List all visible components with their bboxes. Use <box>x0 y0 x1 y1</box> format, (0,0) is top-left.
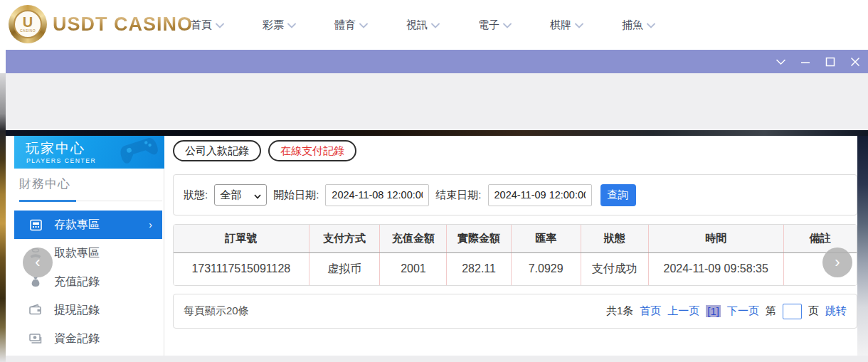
nav-item-lottery[interactable]: 彩票 <box>263 18 296 32</box>
logo-letter: U <box>23 16 33 28</box>
wallet-icon <box>28 303 43 317</box>
chevron-down-icon <box>359 18 368 31</box>
background-image-band-top <box>6 130 868 136</box>
logo-sub-label: CASINO <box>20 28 36 33</box>
sidebar-item-label: 資金記錄 <box>54 331 100 346</box>
first-page-link[interactable]: 首页 <box>640 304 661 318</box>
jump-action-link[interactable]: 跳转 <box>825 304 847 318</box>
main-nav: 首頁 彩票 體育 視訊 電子 棋牌 <box>191 0 655 50</box>
sidebar-item-label: 存款專區 <box>54 218 100 233</box>
jump-suffix-label: 页 <box>808 304 819 318</box>
brand-name: USDT CASINO <box>53 14 193 36</box>
sidebar: 玩家中心 PLAYERS CENTER 財務中心 存款專區 › <box>6 136 164 356</box>
tab-company-deposit-records[interactable]: 公司入款記錄 <box>173 140 261 161</box>
records-table: 訂單號 支付方式 充值金額 實際金額 匯率 狀態 時間 備註 173111751… <box>173 224 857 286</box>
sidebar-item-withdrawal-records[interactable]: 提現記錄 <box>14 296 162 324</box>
col-payment-method: 支付方式 <box>309 225 380 252</box>
sidebar-item-funds-records[interactable]: 資金記錄 <box>14 324 162 353</box>
nav-item-cards[interactable]: 棋牌 <box>550 18 583 32</box>
brand-logo[interactable]: U CASINO USDT CASINO <box>9 5 193 43</box>
jump-prefix-label: 第 <box>766 304 776 318</box>
chevron-down-icon <box>254 189 261 201</box>
col-time: 時間 <box>648 225 783 252</box>
nav-item-slots[interactable]: 電子 <box>478 18 512 32</box>
sidebar-item-label: 充值記錄 <box>54 275 100 289</box>
pager-controls: 共1条 首页 上一页 [1] 下一页 第 页 跳转 <box>606 304 847 319</box>
chevron-left-icon: ‹ <box>35 253 40 272</box>
chevron-down-icon <box>503 18 512 31</box>
players-center-header: 玩家中心 PLAYERS CENTER <box>14 136 164 169</box>
cell-recharge-amount: 2001 <box>380 252 447 285</box>
page-jump-input[interactable] <box>783 304 802 319</box>
page-size-text: 每頁顯示20條 <box>184 304 249 318</box>
minimize-icon[interactable] <box>800 56 811 68</box>
cell-payment-method: 虚拟币 <box>309 252 380 285</box>
start-date-label: 開始日期: <box>273 188 319 202</box>
background-image-strip-left <box>0 73 6 362</box>
section-divider-accent <box>19 200 76 202</box>
close-icon[interactable] <box>850 56 861 68</box>
cell-status: 支付成功 <box>581 252 648 285</box>
site-header: U CASINO USDT CASINO 首頁 彩票 體育 視訊 <box>0 0 868 50</box>
nav-item-sports[interactable]: 體育 <box>334 18 368 32</box>
gamepad-icon <box>115 136 164 169</box>
cell-actual-amount: 282.11 <box>447 252 511 285</box>
chevron-down-icon <box>216 18 224 31</box>
nav-item-fishing[interactable]: 捕魚 <box>622 18 655 32</box>
start-date-input[interactable] <box>325 184 429 206</box>
col-status: 狀態 <box>581 225 648 252</box>
sidebar-item-label: 提現記錄 <box>54 303 100 318</box>
search-button[interactable]: 查詢 <box>600 184 636 206</box>
filter-bar: 狀態: 全部 開始日期: 结束日期: 查詢 <box>173 174 857 215</box>
collapse-chevron-icon[interactable] <box>775 56 786 68</box>
col-remark: 備註 <box>783 225 857 252</box>
record-tabs: 公司入款記錄 在線支付記錄 <box>173 140 356 161</box>
tab-online-payment-records[interactable]: 在線支付記錄 <box>268 140 356 161</box>
sidebar-menu: 存款專區 › 取款專區 充值記錄 提現記錄 <box>14 211 162 353</box>
status-select-value: 全部 <box>220 188 241 202</box>
chevron-right-icon: › <box>835 253 840 272</box>
chevron-down-icon <box>647 18 655 31</box>
nav-item-live[interactable]: 視訊 <box>406 18 440 32</box>
col-actual-amount: 實際金額 <box>447 225 511 252</box>
end-date-label: 结束日期: <box>435 188 481 202</box>
logo-badge-icon: U CASINO <box>9 5 47 43</box>
col-order-no: 訂單號 <box>174 225 309 252</box>
main-content: 公司入款記錄 在線支付記錄 狀態: 全部 開始日期: 结束日期: 查詢 <box>165 136 857 356</box>
finance-center-label: 財務中心 <box>19 176 70 192</box>
pagination-bar: 每頁顯示20條 共1条 首页 上一页 [1] 下一页 第 页 跳转 <box>173 294 857 329</box>
chevron-right-icon: › <box>149 219 152 230</box>
status-select[interactable]: 全部 <box>214 184 267 206</box>
end-date-input[interactable] <box>488 184 592 206</box>
window-titlebar <box>6 50 868 73</box>
funds-icon <box>28 331 43 346</box>
window-controls <box>775 50 861 73</box>
sidebar-item-deposit[interactable]: 存款專區 › <box>14 211 162 239</box>
carousel-next-button[interactable]: › <box>822 247 852 277</box>
page: U CASINO USDT CASINO 首頁 彩票 體育 視訊 <box>0 0 868 362</box>
nav-item-home[interactable]: 首頁 <box>191 18 224 32</box>
prev-page-link[interactable]: 上一页 <box>667 304 699 318</box>
banner-spacer <box>6 73 868 130</box>
current-page-badge: [1] <box>706 305 721 317</box>
cell-time: 2024-11-09 09:58:35 <box>648 252 783 285</box>
window-bottom-strip <box>6 356 868 362</box>
players-center-subtitle: PLAYERS CENTER <box>26 157 96 164</box>
sidebar-item-label: 取款專區 <box>54 246 100 261</box>
table-header-row: 訂單號 支付方式 充值金額 實際金額 匯率 狀態 時間 備註 <box>174 225 857 252</box>
players-center-title: 玩家中心 <box>26 139 85 158</box>
col-recharge-amount: 充值金額 <box>380 225 447 252</box>
next-page-link[interactable]: 下一页 <box>727 304 759 318</box>
chevron-down-icon <box>287 18 296 31</box>
chevron-down-icon <box>431 18 440 31</box>
carousel-back-button[interactable]: ‹ <box>23 247 53 277</box>
background-image-strip-right <box>857 136 868 356</box>
col-exchange-rate: 匯率 <box>511 225 581 252</box>
total-count-text: 共1条 <box>606 304 633 318</box>
table-row: 1731117515091128 虚拟币 2001 282.11 7.0929 … <box>174 252 857 285</box>
status-label: 狀態: <box>184 188 208 202</box>
maximize-icon[interactable] <box>825 56 836 68</box>
deposit-machine-icon <box>28 218 43 232</box>
chevron-down-icon <box>575 18 583 31</box>
cell-order-no: 1731117515091128 <box>174 252 309 285</box>
